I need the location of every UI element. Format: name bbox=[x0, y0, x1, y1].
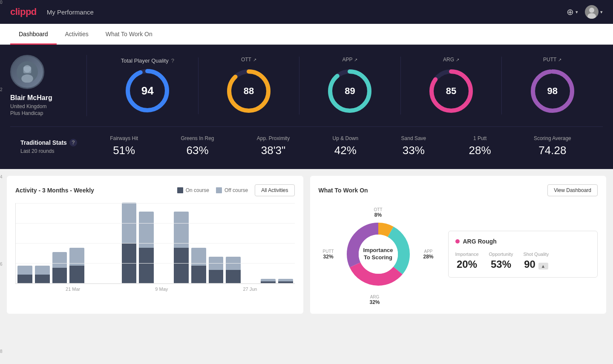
arg-score: ARG ↗ 85 bbox=[401, 57, 502, 115]
stacked-bar bbox=[209, 257, 224, 284]
nav-tabs: Dashboard Activities What To Work On bbox=[0, 24, 613, 45]
y-label: 0 bbox=[0, 0, 3, 5]
bar-group bbox=[278, 279, 293, 284]
on-course-bar bbox=[52, 268, 67, 284]
stacked-bar bbox=[17, 266, 32, 284]
donut-wrapper: OTT 8% APP 28% ARG 32% PUTT bbox=[319, 203, 438, 305]
off-course-bar bbox=[226, 257, 241, 270]
stacked-bar bbox=[139, 212, 154, 284]
bar-group bbox=[52, 252, 67, 284]
header: clippd My Performance ⊕ ▾ ▾ bbox=[0, 0, 613, 24]
detail-metric-label: Shot Quality bbox=[523, 252, 549, 257]
stats-subtitle: Last 20 rounds bbox=[20, 148, 89, 154]
detail-metrics: Importance 20%Opportunity 53%Shot Qualit… bbox=[455, 252, 591, 270]
all-activities-button[interactable]: All Activities bbox=[255, 184, 294, 196]
putt-gauge: 98 bbox=[529, 68, 576, 115]
wtwo-header: What To Work On View Dashboard bbox=[319, 184, 598, 196]
bar-group bbox=[69, 248, 84, 284]
detail-card: ARG Rough Importance 20%Opportunity 53%S… bbox=[448, 231, 598, 278]
stat-value: 42% bbox=[333, 144, 359, 157]
svg-point-0 bbox=[589, 8, 594, 13]
performance-section: Blair McHarg United Kingdom Plus Handica… bbox=[0, 45, 613, 169]
logo[interactable]: clippd bbox=[10, 6, 37, 17]
x-label: 27 Jun bbox=[243, 287, 257, 292]
detail-metric-value: 53% bbox=[489, 258, 513, 270]
add-button[interactable]: ⊕ ▾ bbox=[567, 7, 578, 17]
empty-bar bbox=[87, 283, 102, 284]
wtwo-body: OTT 8% APP 28% ARG 32% PUTT bbox=[319, 203, 598, 305]
off-course-bar bbox=[191, 248, 206, 266]
donut-outer: OTT 8% APP 28% ARG 32% PUTT bbox=[319, 203, 438, 305]
y-label: 4 bbox=[0, 175, 3, 179]
add-chevron: ▾ bbox=[576, 9, 578, 15]
detail-metric-value: 90 ▲ bbox=[523, 258, 549, 270]
tab-dashboard[interactable]: Dashboard bbox=[10, 24, 57, 45]
activity-title: Activity - 3 Months - Weekly bbox=[15, 187, 94, 194]
off-course-bar bbox=[35, 266, 50, 275]
tab-what-to-work-on[interactable]: What To Work On bbox=[97, 24, 161, 45]
chart-legend: On course Off course bbox=[177, 187, 248, 193]
stat-label: Up & Down bbox=[333, 135, 359, 141]
wtwo-title: What To Work On bbox=[319, 187, 368, 194]
stacked-bar bbox=[174, 212, 189, 284]
stat-value: 33% bbox=[401, 144, 426, 157]
empty-bar bbox=[104, 283, 119, 284]
player-avatar bbox=[10, 55, 44, 89]
info-icon[interactable]: ? bbox=[171, 57, 174, 64]
header-title: My Performance bbox=[47, 9, 94, 16]
chart-wrapper: 86420 21 Mar9 May27 Jun bbox=[15, 203, 295, 292]
putt-value: 98 bbox=[547, 86, 557, 97]
stats-section: Traditional Stats ? Last 20 rounds Fairw… bbox=[10, 127, 603, 169]
bar-group bbox=[156, 283, 171, 284]
ott-value: 88 bbox=[244, 86, 254, 97]
off-course-bar bbox=[17, 266, 32, 275]
bar-group bbox=[174, 212, 189, 284]
putt-score: PUTT ↗ 98 bbox=[502, 57, 603, 115]
app-score: APP ↗ 89 bbox=[299, 57, 401, 115]
scores-grid: Total Player Quality ? 94 OTT ↗ bbox=[87, 55, 603, 116]
stats-label-group: Traditional Stats ? Last 20 rounds bbox=[20, 139, 89, 154]
app-arrow: ↗ bbox=[354, 57, 357, 62]
stacked-bar bbox=[261, 279, 276, 284]
ott-score: OTT ↗ 88 bbox=[199, 57, 300, 115]
off-course-bar bbox=[139, 212, 154, 247]
on-course-bar bbox=[209, 270, 224, 284]
off-course-bar bbox=[209, 257, 224, 270]
arg-value: 85 bbox=[446, 86, 456, 97]
stat-value: 74.28 bbox=[534, 144, 571, 157]
user-menu[interactable]: ▾ bbox=[585, 5, 603, 19]
bar-group bbox=[261, 279, 276, 284]
bar-group bbox=[35, 266, 50, 284]
stat-item: Sand Save 33% bbox=[401, 135, 426, 157]
empty-bar bbox=[156, 283, 171, 284]
off-course-bar bbox=[122, 203, 137, 243]
stat-label: Sand Save bbox=[401, 135, 426, 141]
view-dashboard-button[interactable]: View Dashboard bbox=[547, 184, 598, 196]
on-course-bar bbox=[69, 266, 84, 284]
bar-group bbox=[87, 283, 102, 284]
x-label: 21 Mar bbox=[66, 287, 80, 292]
app-donut-label: APP 28% bbox=[423, 249, 433, 260]
stat-item: Scoring Average 74.28 bbox=[534, 135, 571, 157]
off-course-box bbox=[216, 187, 222, 193]
stat-label: App. Proximity bbox=[257, 135, 290, 141]
tab-activities[interactable]: Activities bbox=[57, 24, 97, 45]
putt-label: PUTT ↗ bbox=[543, 57, 561, 63]
activity-card: Activity - 3 Months - Weekly On course O… bbox=[7, 176, 303, 314]
svg-point-1 bbox=[587, 13, 596, 19]
detail-metric-label: Opportunity bbox=[489, 252, 513, 257]
detail-metric-item: Shot Quality 90 ▲ bbox=[523, 252, 549, 270]
what-to-work-on-card: What To Work On View Dashboard OTT 8% AP… bbox=[310, 176, 607, 314]
x-label: 9 May bbox=[155, 287, 168, 292]
empty-bar bbox=[243, 283, 258, 284]
ott-arrow: ↗ bbox=[253, 57, 256, 62]
svg-rect-5 bbox=[23, 67, 32, 74]
stacked-bar bbox=[69, 248, 84, 284]
arg-donut-label: ARG 32% bbox=[370, 295, 380, 305]
donut-center: Importance To Scoring bbox=[363, 247, 393, 261]
stat-item: Fairways Hit 51% bbox=[110, 135, 138, 157]
bar-group bbox=[17, 266, 32, 284]
stats-info-icon[interactable]: ? bbox=[69, 139, 77, 146]
player-handicap: Plus Handicap bbox=[10, 110, 43, 116]
stat-value: 38'3" bbox=[257, 144, 290, 157]
